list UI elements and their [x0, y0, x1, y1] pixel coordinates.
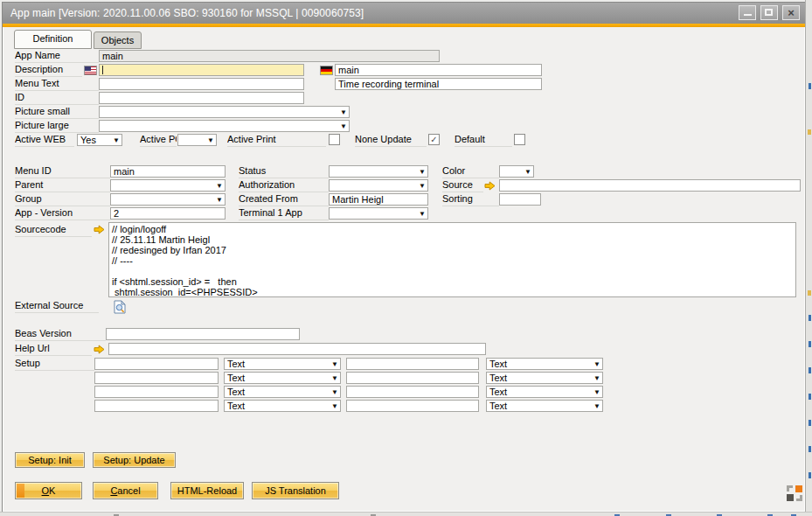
background-fragment — [809, 472, 811, 478]
beas-version-input[interactable] — [106, 328, 300, 340]
setup-type2-dropdown[interactable]: Text▼ — [486, 358, 603, 370]
terminal1-app-dropdown[interactable]: ▼ — [329, 207, 428, 220]
chevron-down-icon: ▼ — [113, 136, 120, 146]
tab-definition[interactable]: Definition — [14, 30, 92, 49]
color-label: Color — [442, 165, 499, 178]
cancel-button[interactable]: Cancel — [93, 482, 158, 499]
created-from-input[interactable]: Martin Heigl — [329, 193, 428, 206]
titlebar[interactable]: App main [Version: 2020.11.00.06 SBO: 93… — [3, 3, 805, 24]
html-reload-button[interactable]: HTML-Reload — [170, 482, 244, 499]
us-flag-canton — [85, 66, 91, 71]
group-dropdown[interactable]: ▼ — [110, 193, 226, 206]
setup-value2-input[interactable] — [346, 372, 479, 384]
setup-type1-dropdown[interactable]: Text▼ — [224, 358, 341, 370]
picture-large-dropdown[interactable]: ▼ — [99, 120, 350, 132]
js-translation-button[interactable]: JS Translation — [252, 482, 339, 499]
background-fragment — [808, 129, 811, 135]
source-label: Source — [442, 179, 483, 192]
default-checkbox[interactable] — [514, 134, 525, 145]
menu-text-en-input[interactable] — [99, 78, 304, 90]
setup-value1-input[interactable] — [94, 358, 219, 370]
active-web-dropdown[interactable]: Yes▼ — [77, 134, 122, 146]
setup-row: Setup Text▼ Text▼ — [3, 358, 805, 372]
status-dropdown[interactable]: ▼ — [329, 165, 428, 178]
help-url-input[interactable] — [108, 343, 486, 355]
check-icon: ✓ — [430, 135, 437, 144]
active-print-label: Active Print — [227, 134, 326, 147]
active-pc-label: Active PC — [140, 134, 177, 147]
app-version-input[interactable]: 2 — [110, 207, 226, 220]
setup-value1-input[interactable] — [94, 372, 219, 384]
background-sliver — [805, 0, 812, 516]
form-row: Active WEB Yes▼ Active PC ▼ Active Print… — [3, 134, 805, 148]
description-en-input[interactable] — [99, 64, 304, 76]
tab-objects[interactable]: Objects — [94, 31, 142, 49]
resize-grip-icon[interactable] — [787, 485, 802, 501]
ok-button[interactable]: OK — [15, 482, 82, 499]
setup-label: Setup — [15, 358, 94, 371]
chevron-down-icon: ▼ — [331, 401, 338, 412]
link-arrow-icon[interactable] — [94, 225, 105, 234]
window-title: App main [Version: 2020.11.00.06 SBO: 93… — [10, 7, 364, 19]
none-update-label: None Update — [355, 134, 427, 147]
active-print-checkbox[interactable] — [329, 134, 340, 145]
source-input[interactable] — [499, 179, 801, 192]
picture-small-dropdown[interactable]: ▼ — [99, 106, 350, 118]
background-fragment — [809, 394, 811, 400]
maximize-button[interactable] — [760, 5, 778, 20]
setup-type2-dropdown[interactable]: Text▼ — [486, 386, 603, 398]
background-fragment — [809, 420, 811, 426]
picture-large-label: Picture large — [15, 120, 99, 133]
none-update-checkbox[interactable]: ✓ — [428, 134, 440, 145]
link-arrow-icon[interactable] — [94, 345, 105, 354]
close-icon: × — [783, 6, 799, 18]
minimize-icon — [744, 14, 752, 16]
maximize-icon — [765, 9, 773, 16]
color-dropdown[interactable]: ▼ — [499, 165, 534, 178]
setup-value2-input[interactable] — [346, 358, 479, 370]
setup-init-button[interactable]: Setup: Init — [15, 452, 85, 468]
setup-value2-input[interactable] — [346, 386, 479, 398]
description-de-input[interactable]: main — [335, 64, 542, 76]
setup-value1-input[interactable] — [94, 386, 219, 398]
status-label: Status — [239, 165, 329, 178]
chevron-down-icon: ▼ — [593, 373, 600, 384]
setup-type1-dropdown[interactable]: Text▼ — [224, 386, 341, 398]
default-button-indicator — [17, 484, 24, 498]
sourcecode-textarea[interactable]: // login/logoff // 25.11.11 Martin Heigl… — [108, 222, 796, 297]
id-input[interactable] — [99, 92, 304, 104]
sorting-input[interactable] — [499, 193, 541, 206]
setup-row: Text▼ Text▼ — [3, 372, 805, 386]
app-main-window: App main [Version: 2020.11.00.06 SBO: 93… — [2, 2, 806, 513]
background-fragment — [808, 290, 811, 296]
background-sliver — [0, 512, 812, 516]
setup-row: Text▼ Text▼ — [3, 400, 805, 414]
authorization-dropdown[interactable]: ▼ — [329, 179, 428, 192]
menu-text-de-input[interactable]: Time recording terminal — [335, 78, 542, 90]
setup-type2-dropdown[interactable]: Text▼ — [486, 372, 603, 384]
setup-type1-dropdown[interactable]: Text▼ — [224, 372, 341, 384]
active-pc-dropdown[interactable]: ▼ — [177, 134, 217, 146]
form-row: App Name main — [3, 50, 805, 64]
form-row: Description main — [3, 64, 805, 78]
chevron-down-icon: ▼ — [216, 181, 223, 192]
minimize-button[interactable] — [739, 5, 756, 20]
parent-dropdown[interactable]: ▼ — [110, 179, 226, 192]
chevron-down-icon: ▼ — [524, 167, 531, 178]
created-from-label: Created From — [239, 193, 329, 206]
chevron-down-icon: ▼ — [340, 122, 347, 132]
picture-small-label: Picture small — [15, 106, 99, 119]
form-row: Help Url — [3, 343, 805, 357]
setup-value2-input[interactable] — [346, 400, 479, 412]
menu-id-input[interactable]: main — [110, 165, 226, 178]
setup-type1-dropdown[interactable]: Text▼ — [224, 400, 341, 412]
close-button[interactable]: × — [782, 5, 800, 20]
external-source-preview-icon[interactable] — [114, 300, 126, 314]
form-row: Picture small ▼ — [3, 106, 805, 120]
link-arrow-icon[interactable] — [484, 181, 496, 191]
app-name-label: App Name — [15, 50, 99, 63]
setup-value1-input[interactable] — [94, 400, 219, 412]
setup-type2-dropdown[interactable]: Text▼ — [486, 400, 603, 412]
setup-update-button[interactable]: Setup: Update — [93, 452, 176, 468]
window-controls: × — [739, 5, 800, 20]
